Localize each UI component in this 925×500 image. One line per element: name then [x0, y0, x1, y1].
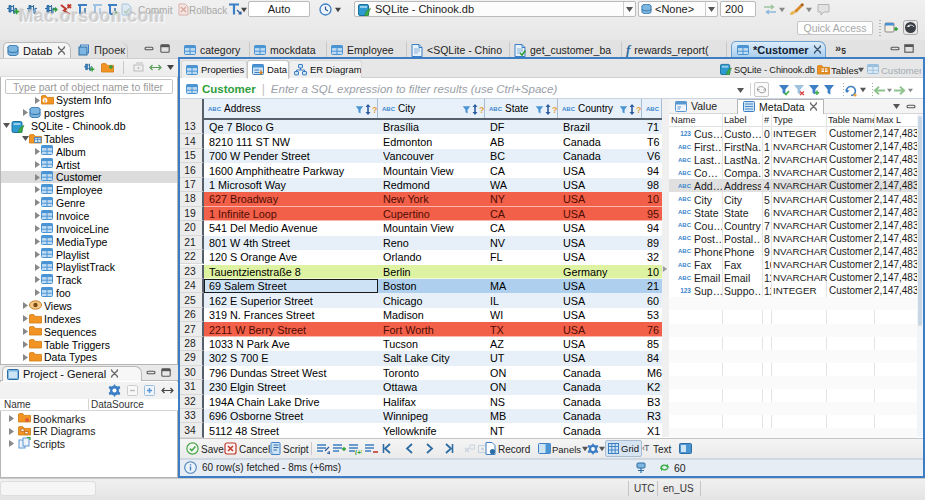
- svg-text:(+): (+): [355, 448, 362, 455]
